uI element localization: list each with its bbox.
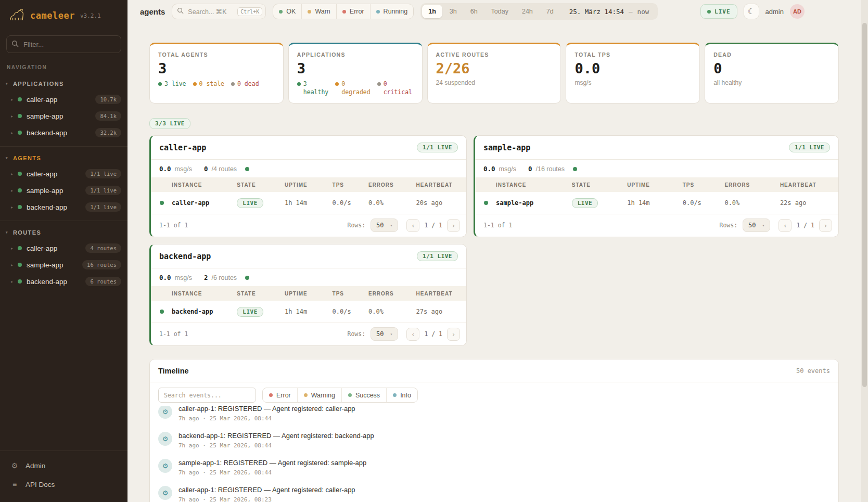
sidebar-item-caller-app[interactable]: ▸ caller-app 10.7k — [0, 91, 127, 108]
cell-instance: sample-app — [496, 199, 572, 207]
time-range-1h[interactable]: 1h — [422, 5, 442, 18]
date-separator: — — [629, 8, 633, 16]
avatar[interactable]: AD — [790, 4, 805, 19]
timeline-filter-info[interactable]: Info — [386, 388, 417, 402]
sidebar-item-admin[interactable]: ⚙ Admin — [0, 456, 127, 475]
dead-dot-icon — [231, 82, 235, 86]
theme-toggle-button[interactable]: ☾ — [744, 4, 759, 19]
global-search-input[interactable]: Search... ⌘K Ctrl+K — [172, 4, 266, 19]
timeline-event[interactable]: ⚙ backend-app-1: REGISTERED — Agent regi… — [158, 427, 830, 454]
sidebar-nav: ▾ APPLICATIONS ▸ caller-app 10.7k ▸ samp… — [0, 72, 127, 450]
section-header-routes[interactable]: ▾ ROUTES — [0, 225, 127, 240]
status-dot — [160, 201, 164, 205]
table-row[interactable]: backend-app LIVE 1h 14m 0.0/s 0.0% 27s a… — [151, 301, 466, 323]
app-card-header[interactable]: backend-app 1/1 LIVE — [151, 244, 466, 268]
next-page-button[interactable]: › — [819, 219, 832, 232]
col-instance: INSTANCE — [172, 182, 237, 188]
chevron-right-icon: ▸ — [11, 246, 13, 251]
sidebar-item-sample-app[interactable]: ▸ sample-app 84.1k — [0, 108, 127, 124]
sidebar-item-sample-app-routes[interactable]: ▸ sample-app 16 routes — [0, 256, 127, 273]
main-area: agents Search... ⌘K Ctrl+K OK Warn Error — [127, 0, 868, 502]
prev-page-button[interactable]: ‹ — [406, 328, 419, 341]
search-icon — [11, 40, 19, 49]
live-status-badge[interactable]: LIVE — [700, 4, 737, 19]
timeline-filter-error[interactable]: Error — [263, 388, 297, 402]
col-state: STATE — [237, 182, 285, 188]
app-tps-unit: msg/s — [175, 274, 192, 281]
time-range-24h[interactable]: 24h — [516, 5, 539, 18]
section-header-applications[interactable]: ▾ APPLICATIONS — [0, 76, 127, 91]
stat-value: 2/26 — [436, 60, 553, 76]
chevron-down-icon: ▾ — [6, 156, 8, 160]
chip-label: Info — [400, 392, 411, 399]
footer-label: API Docs — [25, 481, 55, 488]
rows-label: Rows: — [347, 222, 365, 229]
sidebar-item-backend-app-agent[interactable]: ▸ backend-app 1/1 live — [0, 199, 127, 215]
health-dot-icon — [245, 167, 249, 171]
time-range-7d[interactable]: 7d — [540, 5, 560, 18]
filter-chip-ok[interactable]: OK — [273, 4, 301, 19]
topbar: agents Search... ⌘K Ctrl+K OK Warn Error — [127, 0, 868, 23]
timeline-event[interactable]: ⚙ caller-app-1: REGISTERED — Agent regis… — [158, 406, 830, 427]
timeline-event[interactable]: ⚙ sample-app-1: REGISTERED — Agent regis… — [158, 454, 830, 481]
cell-heartbeat: 27s ago — [416, 308, 466, 315]
filter-chip-warn[interactable]: Warn — [301, 4, 336, 19]
next-page-button[interactable]: › — [447, 219, 460, 232]
rows-per-page-select[interactable]: 50▾ — [743, 218, 770, 232]
timeline-events-list[interactable]: ⚙ caller-app-1: REGISTERED — Agent regis… — [150, 406, 838, 502]
section-label: APPLICATIONS — [13, 81, 64, 87]
running-dot-icon — [376, 10, 380, 14]
prev-page-button[interactable]: ‹ — [406, 219, 419, 232]
sidebar-item-caller-app-agent[interactable]: ▸ caller-app 1/1 live — [0, 165, 127, 182]
time-range-6h[interactable]: 6h — [464, 5, 484, 18]
sidebar-filter-input[interactable] — [6, 35, 121, 53]
app-stats-line: 0.0 msg/s 0 /4 routes — [151, 160, 466, 177]
chevron-down-icon: ▾ — [390, 223, 393, 228]
timeline-events-count: 50 events — [796, 367, 830, 375]
range-label: 1-1 of 1 — [159, 222, 188, 229]
item-label: sample-app — [27, 112, 63, 120]
app-tps-value: 0.0 — [159, 165, 171, 173]
table-row[interactable]: sample-app LIVE 1h 14m 0.0/s 0.0% 22s ag… — [475, 192, 838, 214]
stat-label: APPLICATIONS — [297, 52, 414, 58]
timeline-filter-warning[interactable]: Warning — [297, 388, 341, 402]
col-errors: ERRORS — [368, 291, 416, 297]
stat-label: TOTAL AGENTS — [158, 52, 275, 58]
timeline-event[interactable]: ⚙ caller-app-1: REGISTERED — Agent regis… — [158, 481, 830, 502]
section-header-agents[interactable]: ▾ AGENTS — [0, 151, 127, 165]
cell-tps: 0.0/s — [333, 308, 368, 315]
brand[interactable]: cameleer v3.2.1 — [0, 0, 127, 30]
scrollbar[interactable] — [861, 0, 868, 502]
warning-dot-icon — [304, 393, 308, 397]
next-page-button[interactable]: › — [447, 328, 460, 341]
sidebar-item-caller-app-routes[interactable]: ▸ caller-app 4 routes — [0, 240, 127, 256]
moon-icon: ☾ — [748, 7, 755, 16]
app-card-header[interactable]: sample-app 1/1 LIVE — [475, 136, 838, 160]
event-title: sample-app-1: REGISTERED — Agent registe… — [178, 459, 366, 467]
rows-per-page-select[interactable]: 50▾ — [371, 218, 398, 232]
time-range-today[interactable]: Today — [485, 5, 515, 18]
sidebar-item-backend-app-routes[interactable]: ▸ backend-app 6 routes — [0, 273, 127, 290]
date-range[interactable]: 25. März 14:54 — now — [561, 8, 656, 16]
sidebar-item-backend-app[interactable]: ▸ backend-app 32.2k — [0, 124, 127, 141]
filter-chip-running[interactable]: Running — [370, 4, 414, 19]
item-badge: 10.7k — [95, 95, 121, 104]
sidebar-item-api-docs[interactable]: ≡ API Docs — [0, 475, 127, 494]
prev-page-button[interactable]: ‹ — [778, 219, 792, 232]
chevron-right-icon: ▸ — [11, 263, 13, 267]
status-dot — [18, 131, 22, 135]
rows-per-page-select[interactable]: 50▾ — [371, 327, 398, 341]
rows-label: Rows: — [719, 222, 737, 229]
app-card-header[interactable]: caller-app 1/1 LIVE — [151, 136, 466, 160]
table-row[interactable]: caller-app LIVE 1h 14m 0.0/s 0.0% 20s ag… — [151, 192, 466, 214]
table-header: INSTANCE STATE UPTIME TPS ERRORS HEARTBE… — [151, 286, 466, 301]
scrollbar-thumb[interactable] — [862, 23, 867, 387]
sidebar-item-sample-app-agent[interactable]: ▸ sample-app 1/1 live — [0, 182, 127, 199]
section-label: AGENTS — [13, 155, 41, 161]
stat-card-dead: DEAD 0 all healthy — [705, 43, 839, 104]
time-range-3h[interactable]: 3h — [443, 5, 463, 18]
timeline-filter-success[interactable]: Success — [341, 388, 386, 402]
filter-chip-error[interactable]: Error — [336, 4, 370, 19]
timeline-search-input[interactable] — [158, 388, 256, 403]
camel-logo-icon — [8, 7, 25, 24]
